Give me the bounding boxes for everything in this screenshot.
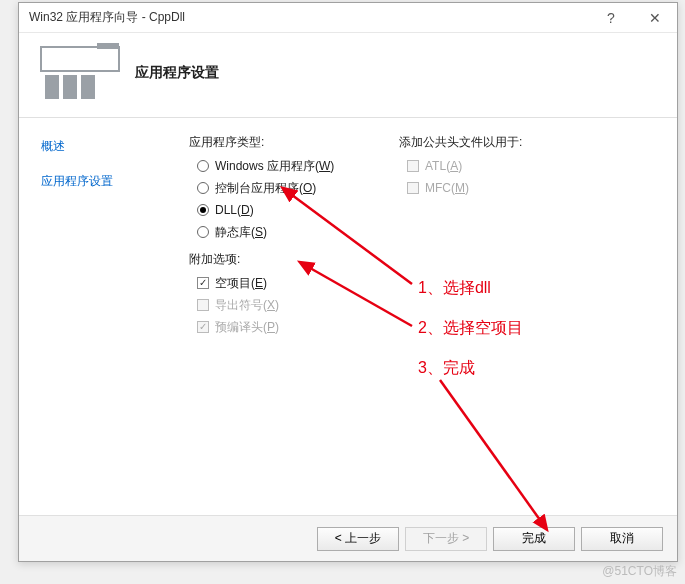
- next-button: 下一步 >: [405, 527, 487, 551]
- public-headers-label: 添加公共头文件以用于:: [399, 134, 657, 151]
- checkbox-precompiled-header: 预编译头(P): [197, 318, 399, 336]
- radio-icon: [197, 182, 209, 194]
- footer: < 上一步 下一步 > 完成 取消: [19, 515, 677, 561]
- close-button[interactable]: ✕: [633, 3, 677, 33]
- radio-icon: [197, 226, 209, 238]
- content-area: 概述 应用程序设置 应用程序类型: Windows 应用程序(W) 控制台应用程…: [19, 118, 677, 528]
- radio-icon: [197, 204, 209, 216]
- main-panel: 应用程序类型: Windows 应用程序(W) 控制台应用程序(O) DLL(D…: [179, 118, 677, 528]
- svg-rect-3: [63, 75, 77, 99]
- radio-static-lib[interactable]: 静态库(S): [197, 223, 399, 241]
- wizard-icon: [37, 43, 123, 103]
- left-column: 应用程序类型: Windows 应用程序(W) 控制台应用程序(O) DLL(D…: [189, 134, 399, 518]
- right-column: 添加公共头文件以用于: ATL(A) MFC(M): [399, 134, 657, 518]
- checkbox-atl: ATL(A): [407, 157, 657, 175]
- window-title: Win32 应用程序向导 - CppDll: [29, 9, 589, 26]
- page-title: 应用程序设置: [135, 64, 219, 82]
- sidebar-item-overview[interactable]: 概述: [41, 134, 169, 159]
- svg-rect-1: [97, 43, 119, 49]
- cancel-button[interactable]: 取消: [581, 527, 663, 551]
- titlebar: Win32 应用程序向导 - CppDll ? ✕: [19, 3, 677, 33]
- extra-options-label: 附加选项:: [189, 251, 399, 268]
- sidebar: 概述 应用程序设置: [19, 118, 179, 528]
- checkbox-icon: [197, 299, 209, 311]
- checkbox-icon: [197, 277, 209, 289]
- watermark: @51CTO博客: [602, 563, 677, 580]
- checkbox-icon: [407, 182, 419, 194]
- svg-rect-0: [41, 47, 119, 71]
- checkbox-empty-project[interactable]: 空项目(E): [197, 274, 399, 292]
- checkbox-mfc: MFC(M): [407, 179, 657, 197]
- checkbox-export-symbols: 导出符号(X): [197, 296, 399, 314]
- prev-button[interactable]: < 上一步: [317, 527, 399, 551]
- checkbox-icon: [197, 321, 209, 333]
- checkbox-icon: [407, 160, 419, 172]
- radio-console-app[interactable]: 控制台应用程序(O): [197, 179, 399, 197]
- app-type-label: 应用程序类型:: [189, 134, 399, 151]
- radio-icon: [197, 160, 209, 172]
- wizard-dialog: Win32 应用程序向导 - CppDll ? ✕ 应用程序设置 概述 应用程序…: [18, 2, 678, 562]
- finish-button[interactable]: 完成: [493, 527, 575, 551]
- wizard-header: 应用程序设置: [19, 33, 677, 118]
- help-button[interactable]: ?: [589, 3, 633, 33]
- svg-rect-4: [81, 75, 95, 99]
- radio-windows-app[interactable]: Windows 应用程序(W): [197, 157, 399, 175]
- radio-dll[interactable]: DLL(D): [197, 201, 399, 219]
- svg-rect-2: [45, 75, 59, 99]
- sidebar-item-settings[interactable]: 应用程序设置: [41, 169, 169, 194]
